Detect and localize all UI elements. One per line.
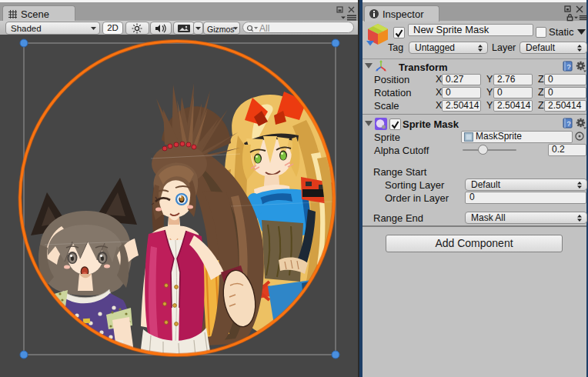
svg-text:?: ? — [566, 120, 570, 128]
svg-text:?: ? — [566, 63, 570, 71]
